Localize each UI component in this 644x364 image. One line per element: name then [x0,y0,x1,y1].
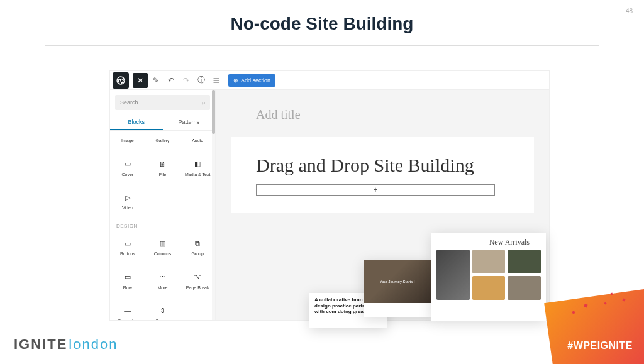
cover-icon: ▭ [122,158,133,170]
block-page-break[interactable]: ⌥Page Break [180,267,215,295]
block-group[interactable]: ⧉Group [180,233,215,262]
wordpress-logo-icon[interactable] [113,72,129,89]
title-placeholder[interactable]: Add title [231,101,534,128]
block-cover[interactable]: ▭Cover [110,153,145,182]
search-icon: ⌕ [202,99,205,106]
add-section-label: Add section [241,77,270,84]
close-inserter-icon[interactable]: ✕ [133,73,148,88]
pattern-gallery-grid [436,250,541,300]
search-placeholder: Search [120,99,138,106]
block-audio[interactable]: Audio [180,133,215,148]
gallery-cell [472,250,506,273]
scrollbar-thumb[interactable] [212,90,215,134]
plus-icon: ⊕ [233,77,238,84]
tab-patterns[interactable]: Patterns [163,115,216,130]
more-icon: ⋯ [157,272,168,283]
wp-toolbar: ✕ ✎ ↶ ↷ ⓘ ⊕ Add section [110,71,549,90]
columns-icon: ▥ [157,238,168,249]
video-icon: ▷ [122,192,133,203]
confetti [611,293,613,295]
footer-brand: IGNITElondon [14,336,118,353]
edit-icon[interactable]: ✎ [149,74,163,87]
pattern-card-hero: Your Journey Starts H [364,260,433,303]
separator-icon: — [122,305,133,316]
undo-icon[interactable]: ↶ [164,74,178,87]
file-icon: 🗎 [157,158,168,170]
row-icon: ▭ [122,272,133,283]
tab-blocks[interactable]: Blocks [110,115,163,130]
media-text-icon: ◧ [192,158,203,170]
buttons-icon: ▭ [122,238,133,249]
block-file[interactable]: 🗎File [145,153,180,182]
gallery-cell [436,250,470,300]
confetti [584,304,588,308]
page-number: 48 [626,8,633,14]
gallery-cell [508,250,541,273]
gallery-cell [472,276,506,300]
block-image[interactable]: Image [110,133,145,148]
search-input[interactable]: Search ⌕ [115,95,210,110]
add-block-button[interactable]: + [256,184,495,196]
pattern-card-gallery[interactable]: New Arrivals [431,233,546,321]
group-icon: ⧉ [192,238,203,249]
category-design: DESIGN [110,218,215,230]
redo-icon[interactable]: ↷ [179,74,193,87]
gallery-cell [508,276,541,300]
shard-graphic [544,289,644,364]
pattern-card-caption [364,303,433,317]
confetti [572,311,575,314]
divider [45,45,599,46]
slide-title: No-code Site Building [0,14,644,34]
confetti [622,298,625,301]
block-inserter-sidebar: Search ⌕ Blocks Patterns Image Gallery A… [110,90,216,320]
page-break-icon: ⌥ [192,272,203,283]
block-buttons[interactable]: ▭Buttons [110,233,145,262]
block-more[interactable]: ⋯More [145,267,180,295]
pattern-card-image[interactable]: Your Journey Starts H [364,260,433,317]
content-block[interactable]: Drag and Drop Site Building + [231,137,534,213]
brand-ignite: IGNITE [14,336,67,352]
page-heading[interactable]: Drag and Drop Site Building [256,155,509,177]
spacer-icon: ⇕ [157,305,168,316]
block-video[interactable]: ▷Video [110,187,145,216]
block-media-text[interactable]: ◧Media & Text [180,153,215,182]
inserter-tabs: Blocks Patterns [110,115,215,131]
block-gallery[interactable]: Gallery [145,133,180,148]
block-columns[interactable]: ▥Columns [145,233,180,262]
block-spacer[interactable]: ⇕Spacer [145,300,180,320]
confetti [604,302,606,304]
add-section-button[interactable]: ⊕ Add section [228,74,275,87]
block-separator[interactable]: —Separator [110,300,145,320]
info-icon[interactable]: ⓘ [194,74,208,87]
pattern-card-gallery-title: New Arrivals [436,238,541,247]
list-view-icon[interactable] [209,74,223,87]
brand-london: london [69,336,118,352]
hashtag-label: #WPEIGNITE [567,340,633,351]
block-row[interactable]: ▭Row [110,267,145,295]
